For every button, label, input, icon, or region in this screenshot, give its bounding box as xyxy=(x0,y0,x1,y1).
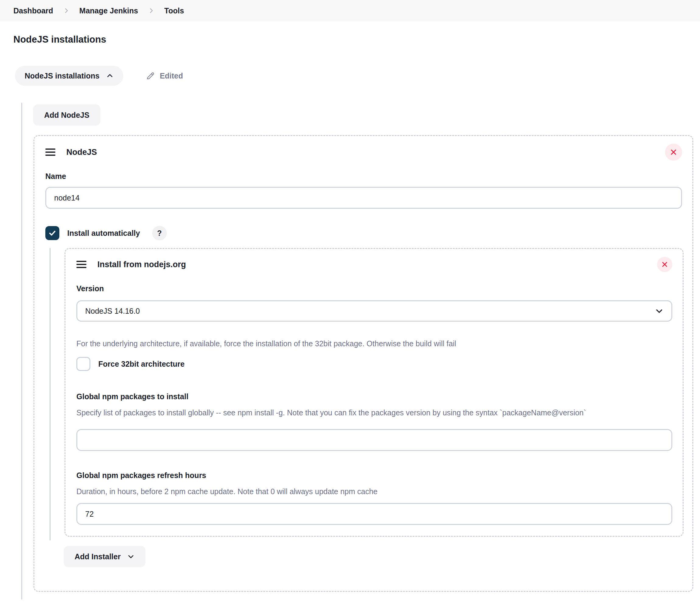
install-automatically-label[interactable]: Install automatically xyxy=(67,229,140,238)
add-nodejs-button[interactable]: Add NodeJS xyxy=(33,104,101,126)
section-header: NodeJS installations Edited xyxy=(15,66,700,86)
chevron-down-icon xyxy=(127,553,135,560)
chevron-right-icon xyxy=(148,7,154,14)
installer-card-title: Install from nodejs.org xyxy=(98,260,186,269)
name-input[interactable] xyxy=(45,187,682,209)
force32-label[interactable]: Force 32bit architecture xyxy=(98,360,184,369)
breadcrumb-item-tools[interactable]: Tools xyxy=(164,6,184,15)
npm-packages-input[interactable] xyxy=(76,429,672,451)
installer-card-header: Install from nodejs.org xyxy=(76,257,672,271)
version-select[interactable]: NodeJS 14.16.0 xyxy=(76,300,672,322)
chevron-down-icon xyxy=(655,307,664,315)
nodejs-installations-toggle-button[interactable]: NodeJS installations xyxy=(15,66,123,86)
refresh-hours-label: Global npm packages refresh hours xyxy=(76,471,672,480)
delete-nodejs-button[interactable] xyxy=(665,144,682,161)
force32-row: Force 32bit architecture xyxy=(76,357,672,371)
version-label: Version xyxy=(76,284,672,293)
close-icon xyxy=(661,260,669,268)
force32-help-text: For the underlying architecture, if avai… xyxy=(76,338,672,349)
npm-packages-help-text: Specify list of packages to install glob… xyxy=(76,407,672,418)
chevron-right-icon xyxy=(63,7,70,14)
breadcrumb-item-dashboard[interactable]: Dashboard xyxy=(13,6,53,15)
drag-handle-icon[interactable] xyxy=(45,147,55,157)
close-icon xyxy=(669,148,678,157)
version-select-value: NodeJS 14.16.0 xyxy=(85,307,140,315)
nodejs-installation-card: NodeJS Name Install automatically ? xyxy=(33,135,693,592)
nodejs-card-title: NodeJS xyxy=(66,148,97,157)
breadcrumb-item-manage-jenkins[interactable]: Manage Jenkins xyxy=(79,6,138,15)
install-automatically-row: Install automatically ? xyxy=(45,226,682,240)
add-installer-label: Add Installer xyxy=(75,552,120,561)
install-automatically-checkbox[interactable] xyxy=(45,226,59,240)
add-nodejs-label: Add NodeJS xyxy=(44,111,89,120)
refresh-hours-input[interactable] xyxy=(76,503,672,525)
refresh-hours-help-text: Duration, in hours, before 2 npm cache u… xyxy=(76,486,672,497)
chevron-up-icon xyxy=(106,72,114,79)
installers-tree: Install from nodejs.org Version NodeJS 1… xyxy=(45,248,682,567)
install-automatically-help-button[interactable]: ? xyxy=(152,226,167,240)
force32-checkbox[interactable] xyxy=(76,357,90,371)
add-installer-button[interactable]: Add Installer xyxy=(64,546,146,567)
installer-card: Install from nodejs.org Version NodeJS 1… xyxy=(64,248,684,537)
drag-handle-icon[interactable] xyxy=(76,259,87,269)
delete-installer-button[interactable] xyxy=(657,257,672,272)
nodejs-card-header: NodeJS xyxy=(45,145,682,159)
npm-packages-label: Global npm packages to install xyxy=(76,392,672,401)
checkmark-icon xyxy=(48,228,57,238)
section-toggle-label: NodeJS installations xyxy=(25,72,100,80)
name-label: Name xyxy=(45,172,682,181)
installations-tree: Add NodeJS NodeJS Name Install automatic… xyxy=(0,103,700,599)
edited-label: Edited xyxy=(160,72,183,80)
pencil-icon xyxy=(146,71,155,80)
breadcrumb: Dashboard Manage Jenkins Tools xyxy=(0,0,700,21)
edited-badge: Edited xyxy=(146,71,183,80)
page-title: NodeJS installations xyxy=(13,34,700,45)
